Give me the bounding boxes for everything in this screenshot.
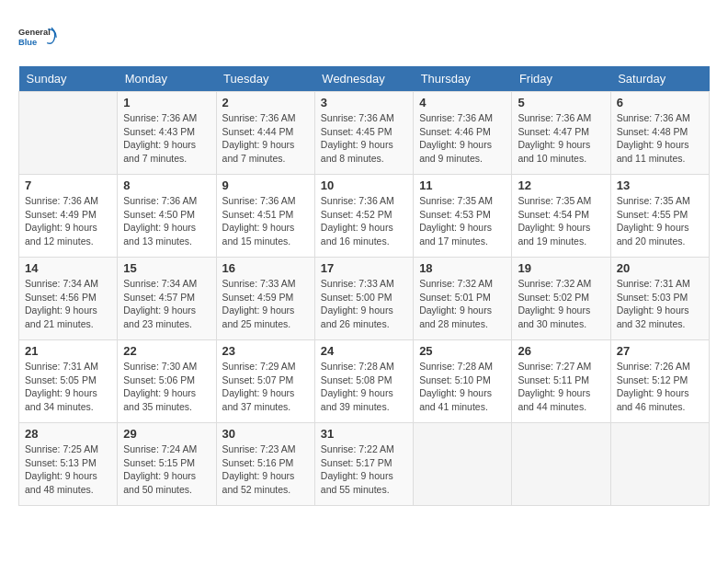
day-info: Sunrise: 7:34 AM Sunset: 4:56 PM Dayligh… (25, 277, 111, 331)
logo-svg: General Blue (18, 18, 57, 57)
day-cell: 28Sunrise: 7:25 AM Sunset: 5:13 PM Dayli… (19, 423, 118, 506)
day-number: 3 (321, 96, 407, 109)
svg-text:General: General (18, 28, 51, 37)
day-info: Sunrise: 7:31 AM Sunset: 5:05 PM Dayligh… (25, 360, 111, 414)
day-info: Sunrise: 7:36 AM Sunset: 4:44 PM Dayligh… (222, 111, 309, 166)
day-info: Sunrise: 7:29 AM Sunset: 5:07 PM Dayligh… (222, 360, 309, 414)
day-info: Sunrise: 7:35 AM Sunset: 4:55 PM Dayligh… (617, 194, 703, 248)
day-cell: 8Sunrise: 7:36 AM Sunset: 4:50 PM Daylig… (118, 175, 216, 258)
day-cell: 17Sunrise: 7:33 AM Sunset: 5:00 PM Dayli… (314, 258, 413, 340)
day-info: Sunrise: 7:28 AM Sunset: 5:10 PM Dayligh… (419, 360, 506, 414)
day-info: Sunrise: 7:32 AM Sunset: 5:02 PM Dayligh… (518, 277, 604, 331)
day-info: Sunrise: 7:36 AM Sunset: 4:48 PM Dayligh… (617, 111, 703, 166)
day-number: 25 (419, 344, 506, 358)
day-cell: 26Sunrise: 7:27 AM Sunset: 5:11 PM Dayli… (512, 340, 610, 423)
column-header-saturday: Saturday (610, 66, 709, 92)
day-cell: 6Sunrise: 7:36 AM Sunset: 4:48 PM Daylig… (610, 92, 709, 175)
day-number: 8 (123, 178, 210, 192)
day-number: 20 (617, 261, 703, 275)
day-cell: 31Sunrise: 7:22 AM Sunset: 5:17 PM Dayli… (314, 423, 413, 506)
week-row-5: 28Sunrise: 7:25 AM Sunset: 5:13 PM Dayli… (19, 423, 710, 506)
day-info: Sunrise: 7:32 AM Sunset: 5:01 PM Dayligh… (419, 277, 506, 331)
day-cell: 18Sunrise: 7:32 AM Sunset: 5:01 PM Dayli… (414, 258, 512, 340)
day-info: Sunrise: 7:36 AM Sunset: 4:52 PM Dayligh… (321, 194, 407, 248)
day-info: Sunrise: 7:26 AM Sunset: 5:12 PM Dayligh… (617, 360, 703, 414)
day-cell: 4Sunrise: 7:36 AM Sunset: 4:46 PM Daylig… (414, 92, 512, 175)
day-cell: 14Sunrise: 7:34 AM Sunset: 4:56 PM Dayli… (19, 258, 118, 340)
column-header-friday: Friday (512, 66, 610, 92)
day-info: Sunrise: 7:27 AM Sunset: 5:11 PM Dayligh… (518, 360, 604, 414)
svg-text:Blue: Blue (18, 38, 37, 47)
day-cell: 25Sunrise: 7:28 AM Sunset: 5:10 PM Dayli… (414, 340, 512, 423)
day-cell: 29Sunrise: 7:24 AM Sunset: 5:15 PM Dayli… (118, 423, 216, 506)
calendar-header: SundayMondayTuesdayWednesdayThursdayFrid… (19, 66, 710, 92)
day-info: Sunrise: 7:24 AM Sunset: 5:15 PM Dayligh… (123, 442, 210, 497)
column-header-sunday: Sunday (19, 66, 118, 92)
column-header-thursday: Thursday (414, 66, 512, 92)
logo: General Blue (18, 18, 57, 57)
day-cell: 15Sunrise: 7:34 AM Sunset: 4:57 PM Dayli… (118, 258, 216, 340)
day-info: Sunrise: 7:35 AM Sunset: 4:54 PM Dayligh… (518, 194, 604, 248)
day-number: 12 (518, 178, 604, 192)
day-cell: 13Sunrise: 7:35 AM Sunset: 4:55 PM Dayli… (610, 175, 709, 258)
day-info: Sunrise: 7:35 AM Sunset: 4:53 PM Dayligh… (419, 194, 506, 248)
day-number: 4 (419, 96, 506, 109)
day-number: 21 (25, 344, 111, 358)
day-number: 9 (222, 178, 309, 192)
day-number: 30 (222, 427, 309, 441)
day-info: Sunrise: 7:36 AM Sunset: 4:49 PM Dayligh… (25, 194, 111, 248)
day-info: Sunrise: 7:36 AM Sunset: 4:46 PM Dayligh… (419, 111, 506, 166)
column-header-monday: Monday (118, 66, 216, 92)
day-cell: 16Sunrise: 7:33 AM Sunset: 4:59 PM Dayli… (216, 258, 314, 340)
day-info: Sunrise: 7:33 AM Sunset: 4:59 PM Dayligh… (222, 277, 309, 331)
header-row: SundayMondayTuesdayWednesdayThursdayFrid… (19, 66, 710, 92)
day-number: 31 (321, 427, 407, 441)
day-number: 23 (222, 344, 309, 358)
day-cell: 23Sunrise: 7:29 AM Sunset: 5:07 PM Dayli… (216, 340, 314, 423)
day-number: 28 (25, 427, 111, 441)
day-number: 2 (222, 96, 309, 109)
week-row-2: 7Sunrise: 7:36 AM Sunset: 4:49 PM Daylig… (19, 175, 710, 258)
day-number: 10 (321, 178, 407, 192)
day-cell: 21Sunrise: 7:31 AM Sunset: 5:05 PM Dayli… (19, 340, 118, 423)
day-number: 15 (123, 261, 210, 275)
day-cell: 11Sunrise: 7:35 AM Sunset: 4:53 PM Dayli… (414, 175, 512, 258)
day-cell: 27Sunrise: 7:26 AM Sunset: 5:12 PM Dayli… (610, 340, 709, 423)
day-number: 7 (25, 178, 111, 192)
day-cell: 2Sunrise: 7:36 AM Sunset: 4:44 PM Daylig… (216, 92, 314, 175)
day-info: Sunrise: 7:33 AM Sunset: 5:00 PM Dayligh… (321, 277, 407, 331)
day-cell: 19Sunrise: 7:32 AM Sunset: 5:02 PM Dayli… (512, 258, 610, 340)
day-cell: 3Sunrise: 7:36 AM Sunset: 4:45 PM Daylig… (314, 92, 413, 175)
day-info: Sunrise: 7:36 AM Sunset: 4:45 PM Dayligh… (321, 111, 407, 166)
calendar-body: 1Sunrise: 7:36 AM Sunset: 4:43 PM Daylig… (19, 92, 710, 506)
day-info: Sunrise: 7:25 AM Sunset: 5:13 PM Dayligh… (25, 442, 111, 497)
day-cell (414, 423, 512, 506)
day-number: 26 (518, 344, 604, 358)
day-cell: 12Sunrise: 7:35 AM Sunset: 4:54 PM Dayli… (512, 175, 610, 258)
day-cell: 1Sunrise: 7:36 AM Sunset: 4:43 PM Daylig… (118, 92, 216, 175)
day-cell: 5Sunrise: 7:36 AM Sunset: 4:47 PM Daylig… (512, 92, 610, 175)
column-header-tuesday: Tuesday (216, 66, 314, 92)
day-number: 18 (419, 261, 506, 275)
day-number: 14 (25, 261, 111, 275)
day-number: 1 (123, 96, 210, 109)
day-info: Sunrise: 7:23 AM Sunset: 5:16 PM Dayligh… (222, 442, 309, 497)
calendar-table: SundayMondayTuesdayWednesdayThursdayFrid… (18, 66, 710, 506)
week-row-3: 14Sunrise: 7:34 AM Sunset: 4:56 PM Dayli… (19, 258, 710, 340)
header: General Blue (18, 18, 710, 57)
day-number: 6 (617, 96, 703, 109)
day-cell (512, 423, 610, 506)
day-cell: 24Sunrise: 7:28 AM Sunset: 5:08 PM Dayli… (314, 340, 413, 423)
day-info: Sunrise: 7:30 AM Sunset: 5:06 PM Dayligh… (123, 360, 210, 414)
day-number: 16 (222, 261, 309, 275)
day-cell: 20Sunrise: 7:31 AM Sunset: 5:03 PM Dayli… (610, 258, 709, 340)
day-cell: 7Sunrise: 7:36 AM Sunset: 4:49 PM Daylig… (19, 175, 118, 258)
day-number: 29 (123, 427, 210, 441)
day-cell: 10Sunrise: 7:36 AM Sunset: 4:52 PM Dayli… (314, 175, 413, 258)
day-number: 5 (518, 96, 604, 109)
day-cell: 22Sunrise: 7:30 AM Sunset: 5:06 PM Dayli… (118, 340, 216, 423)
day-info: Sunrise: 7:36 AM Sunset: 4:43 PM Dayligh… (123, 111, 210, 166)
day-number: 27 (617, 344, 703, 358)
day-number: 17 (321, 261, 407, 275)
day-number: 19 (518, 261, 604, 275)
